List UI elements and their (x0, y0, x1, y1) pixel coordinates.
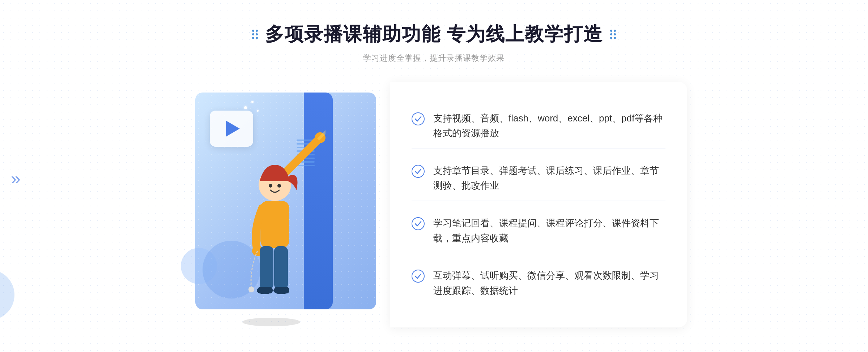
check-circle-icon-2 (412, 165, 425, 178)
svg-point-13 (277, 184, 281, 188)
svg-point-14 (412, 113, 424, 125)
header-section: 多项录播课辅助功能 专为线上教学打造 学习进度全掌握，提升录播课教学效果 (252, 22, 616, 64)
feature-text-1: 支持视频、音频、flash、word、excel、ppt、pdf等各种格式的资源… (433, 111, 665, 141)
dot-5 (252, 37, 254, 39)
title-row: 多项录播课辅助功能 专为线上教学打造 (252, 22, 616, 47)
title-dots-left (252, 30, 258, 39)
feature-item-4: 互动弹幕、试听购买、微信分享、观看次数限制、学习进度跟踪、数据统计 (412, 261, 665, 305)
svg-point-15 (412, 165, 424, 177)
svg-rect-5 (260, 246, 273, 289)
feature-item-2: 支持章节目录、弹题考试、课后练习、课后作业、章节测验、批改作业 (412, 156, 665, 201)
svg-point-17 (412, 270, 424, 282)
svg-point-12 (269, 184, 272, 188)
check-circle-icon-1 (412, 112, 425, 125)
sparkle-dot-3 (257, 110, 259, 112)
check-circle-icon-3 (412, 217, 425, 230)
feature-text-3: 学习笔记回看、课程提问、课程评论打分、课件资料下载，重点内容收藏 (433, 216, 665, 246)
sparkle-dot-2 (251, 101, 254, 103)
chevron-left-icon: » (11, 168, 21, 188)
check-circle-icon-4 (412, 270, 425, 283)
dot-9 (610, 33, 612, 35)
dot-8 (614, 30, 616, 32)
feature-item-1: 支持视频、音频、flash、word、excel、ppt、pdf等各种格式的资源… (412, 104, 665, 149)
content-section: 支持视频、音频、flash、word、excel、ppt、pdf等各种格式的资源… (181, 82, 687, 327)
svg-rect-10 (274, 287, 289, 293)
page-title: 多项录播课辅助功能 专为线上教学打造 (265, 22, 603, 47)
dot-7 (610, 30, 612, 32)
sparkle-dot-1 (244, 106, 247, 109)
svg-rect-8 (258, 287, 273, 293)
dot-4 (256, 33, 258, 35)
illustration-area (181, 82, 391, 327)
page-container: » 多项录播课辅助功能 专为线上教学打造 (0, 0, 868, 352)
dot-6 (256, 37, 258, 39)
page-subtitle: 学习进度全掌握，提升录播课教学效果 (363, 53, 505, 64)
title-dots-right (610, 30, 616, 39)
deco-circle-bottom (0, 270, 14, 320)
dot-2 (256, 30, 258, 32)
svg-point-16 (412, 218, 424, 230)
svg-rect-6 (274, 246, 288, 289)
dot-12 (614, 37, 616, 39)
dot-10 (614, 33, 616, 35)
feature-text-2: 支持章节目录、弹题考试、课后练习、课后作业、章节测验、批改作业 (433, 163, 665, 193)
feature-item-3: 学习笔记回看、课程提问、课程评论打分、课件资料下载，重点内容收藏 (412, 209, 665, 253)
dot-1 (252, 30, 254, 32)
dot-11 (610, 37, 612, 39)
feature-text-4: 互动弹幕、试听购买、微信分享、观看次数限制、学习进度跟踪、数据统计 (433, 268, 665, 298)
svg-point-0 (242, 318, 300, 326)
svg-point-11 (248, 287, 254, 292)
character-illustration (217, 118, 326, 327)
dot-3 (252, 33, 254, 35)
features-panel: 支持视频、音频、flash、word、excel、ppt、pdf等各种格式的资源… (390, 82, 687, 327)
